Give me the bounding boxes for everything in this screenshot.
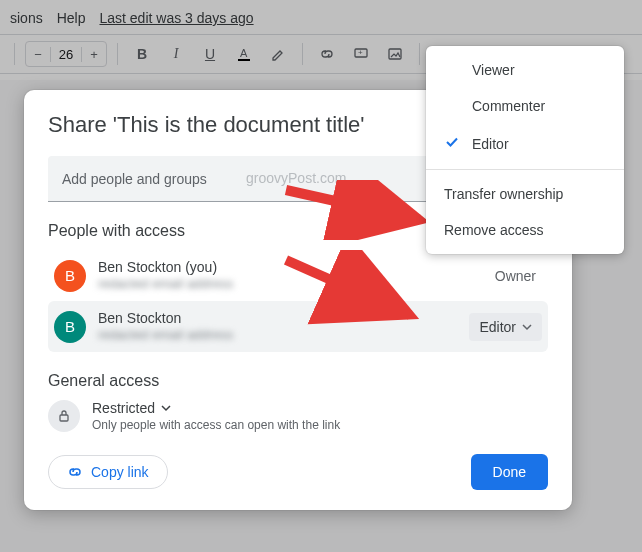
check-icon [444,134,462,153]
chevron-down-icon [161,403,171,413]
general-access-description: Only people with access can open with th… [92,418,340,432]
person-email: redacted email address [98,276,483,293]
done-button[interactable]: Done [471,454,548,490]
add-people-placeholder: Add people and groups [62,171,207,187]
role-dropdown[interactable]: Editor [469,313,542,341]
person-row-owner: B Ben Stockton (you) redacted email addr… [48,250,548,301]
role-menu-transfer-ownership[interactable]: Transfer ownership [426,176,624,212]
avatar: B [54,311,86,343]
role-menu-remove-access[interactable]: Remove access [426,212,624,248]
lock-icon [48,400,80,432]
general-access-label: Restricted [92,400,155,416]
copy-link-button[interactable]: Copy link [48,455,168,489]
chevron-down-icon [522,322,532,332]
svg-rect-5 [60,415,68,421]
avatar: B [54,260,86,292]
role-menu-editor[interactable]: Editor [426,124,624,163]
person-name: Ben Stockton [98,309,457,327]
general-access-header: General access [48,372,548,390]
general-access-row[interactable]: Restricted Only people with access can o… [48,400,548,432]
copy-link-label: Copy link [91,464,149,480]
role-menu: Viewer Commenter Editor Transfer ownersh… [426,46,624,254]
person-email: redacted email address [98,327,457,344]
role-dropdown-label: Editor [479,319,516,335]
role-menu-commenter[interactable]: Commenter [426,88,624,124]
person-name: Ben Stockton (you) [98,258,483,276]
role-label-owner: Owner [495,268,542,284]
link-icon [67,464,83,480]
role-menu-viewer[interactable]: Viewer [426,52,624,88]
person-row-collaborator[interactable]: B Ben Stockton redacted email address Ed… [48,301,548,352]
